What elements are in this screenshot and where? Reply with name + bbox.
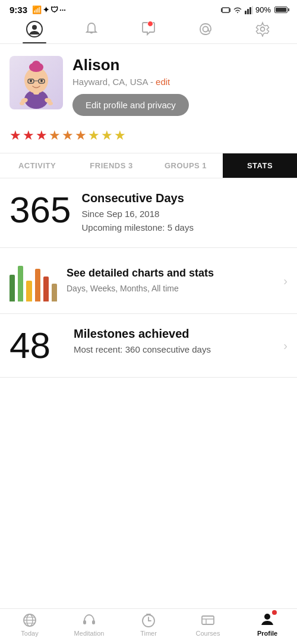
star-9: ★ xyxy=(114,128,126,143)
location-text: Hayward, CA, USA xyxy=(72,77,148,87)
main-content: Alison Hayward, CA, USA - edit Edit prof… xyxy=(0,44,297,425)
bottom-nav-timer[interactable]: Timer xyxy=(119,612,178,637)
milestones-number: 48 xyxy=(10,327,63,364)
headphone-icon xyxy=(81,612,97,628)
clock-icon xyxy=(141,612,156,628)
profile-label: Profile xyxy=(257,630,277,637)
nav-profile[interactable] xyxy=(6,21,63,43)
bottom-nav-today[interactable]: Today xyxy=(0,612,59,637)
svg-point-24 xyxy=(48,102,53,105)
courses-icon xyxy=(200,612,216,628)
charts-chevron-icon: › xyxy=(283,274,287,288)
svg-rect-6 xyxy=(252,6,253,14)
tab-groups[interactable]: GROUPS 1 xyxy=(148,153,223,178)
star-3: ★ xyxy=(36,128,48,143)
svg-rect-31 xyxy=(92,620,95,624)
svg-rect-4 xyxy=(247,9,249,14)
chart-bar-6 xyxy=(52,284,57,301)
status-bar: 9:33 📶 ✦ 🛡 ··· 90% xyxy=(0,0,297,17)
consecutive-days-number: 365 xyxy=(10,191,71,228)
svg-rect-3 xyxy=(245,11,247,14)
milestones-title: Milestones achieved xyxy=(74,327,279,341)
svg-point-9 xyxy=(203,27,208,32)
gear-icon xyxy=(255,21,270,37)
nav-settings[interactable] xyxy=(234,21,291,43)
meditation-label: Meditation xyxy=(74,630,105,637)
milestones-section[interactable]: 48 Milestones achieved Most recent: 360 … xyxy=(0,314,297,378)
stars-row: ★ ★ ★ ★ ★ ★ ★ ★ ★ xyxy=(0,124,297,153)
svg-rect-5 xyxy=(249,7,251,14)
svg-point-10 xyxy=(261,27,265,32)
top-navigation xyxy=(0,17,297,44)
svg-point-15 xyxy=(32,61,40,68)
wifi-icon xyxy=(233,6,242,14)
tabs-row: ACTIVITY FRIENDS 3 GROUPS 1 STATS xyxy=(0,153,297,178)
consecutive-days-section: 365 Consecutive Days Since Sep 16, 2018 … xyxy=(0,178,297,248)
courses-label: Courses xyxy=(196,630,220,637)
chart-bar-4 xyxy=(35,269,40,301)
chart-visual xyxy=(10,260,57,301)
svg-point-39 xyxy=(264,614,270,620)
svg-rect-1 xyxy=(221,8,222,12)
user-circle-icon xyxy=(26,21,43,37)
nav-notifications[interactable] xyxy=(63,21,120,43)
bottom-navigation: Today Meditation Timer xyxy=(0,608,297,644)
chart-bar-1 xyxy=(10,275,15,301)
svg-point-19 xyxy=(30,80,32,82)
milestones-chevron-icon: › xyxy=(279,339,287,353)
profile-nav-dot xyxy=(272,610,277,615)
chat-badge xyxy=(147,21,153,27)
profile-header: Alison Hayward, CA, USA - edit Edit prof… xyxy=(0,44,297,124)
svg-point-8 xyxy=(32,25,37,30)
svg-point-20 xyxy=(40,80,43,82)
nav-mentions[interactable] xyxy=(177,21,234,43)
bottom-nav-courses[interactable]: Courses xyxy=(178,612,238,637)
svg-rect-30 xyxy=(83,620,86,624)
profile-info: Alison Hayward, CA, USA - edit Edit prof… xyxy=(72,56,287,116)
tab-activity[interactable]: ACTIVITY xyxy=(0,153,74,178)
edit-profile-button[interactable]: Edit profile and privacy xyxy=(72,94,189,116)
profile-name: Alison xyxy=(72,56,287,74)
star-5: ★ xyxy=(62,128,74,143)
today-label: Today xyxy=(21,630,38,637)
avatar xyxy=(10,56,63,109)
profile-nav-icon xyxy=(260,612,275,628)
consecutive-days-title: Consecutive Days xyxy=(81,191,287,205)
battery-percent: 90% xyxy=(255,5,271,14)
milestones-sub: Most recent: 360 consecutive days xyxy=(74,343,279,357)
globe-icon xyxy=(22,612,37,628)
status-time: 9:33 xyxy=(10,5,27,15)
nav-chat[interactable] xyxy=(120,21,177,43)
at-icon xyxy=(198,21,213,37)
consecutive-days-milestone: Upcoming milestone: 5 days xyxy=(81,221,287,235)
signal-icon xyxy=(245,6,253,14)
chart-bar-3 xyxy=(26,281,31,301)
battery-icon xyxy=(274,7,287,13)
star-6: ★ xyxy=(75,128,87,143)
svg-rect-2 xyxy=(229,8,230,12)
star-7: ★ xyxy=(88,128,100,143)
tab-friends[interactable]: FRIENDS 3 xyxy=(74,153,148,178)
chart-bar-5 xyxy=(43,277,49,301)
star-1: ★ xyxy=(10,128,21,143)
charts-title: See detailed charts and stats xyxy=(67,266,274,280)
avatar-image xyxy=(10,56,62,109)
avatar-container xyxy=(10,56,63,109)
profile-location: Hayward, CA, USA - edit xyxy=(72,77,287,87)
svg-rect-0 xyxy=(222,8,229,12)
bell-icon xyxy=(84,21,99,37)
svg-rect-36 xyxy=(202,616,214,624)
svg-point-23 xyxy=(20,102,24,105)
star-2: ★ xyxy=(23,128,34,143)
bottom-nav-meditation[interactable]: Meditation xyxy=(59,612,119,637)
tab-stats[interactable]: STATS xyxy=(223,153,297,178)
vibrate-icon xyxy=(221,5,230,15)
bottom-nav-profile[interactable]: Profile xyxy=(238,612,297,637)
charts-sub: Days, Weeks, Months, All time xyxy=(67,283,274,295)
star-4: ★ xyxy=(49,128,61,143)
charts-section[interactable]: See detailed charts and stats Days, Week… xyxy=(0,248,297,314)
location-edit-link[interactable]: edit xyxy=(156,77,170,87)
consecutive-days-since: Since Sep 16, 2018 xyxy=(81,208,287,221)
timer-label: Timer xyxy=(140,630,157,637)
star-8: ★ xyxy=(101,128,113,143)
